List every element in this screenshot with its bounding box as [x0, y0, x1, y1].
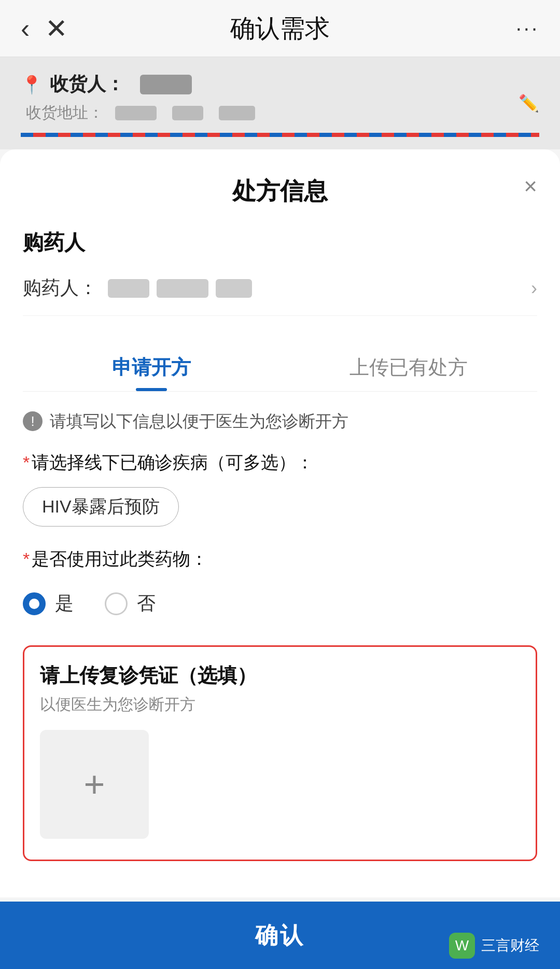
disease-field-section: *请选择线下已确诊疾病（可多选）： HIV暴露后预防 [0, 446, 560, 542]
radio-yes-circle[interactable] [23, 592, 46, 615]
disease-label-text: 请选择线下已确诊疾病（可多选）： [32, 452, 314, 472]
radio-yes-label: 是 [55, 591, 74, 616]
medicine-required-mark: * [23, 549, 30, 569]
prescription-tabs: 申请开方 上传已有处方 [23, 342, 537, 392]
upload-area-button[interactable]: + [40, 730, 149, 839]
purchaser-heading: 购药人 [23, 223, 537, 257]
address-detail-label: 收货地址： [26, 102, 104, 123]
radio-no-circle[interactable] [105, 592, 128, 615]
back-button[interactable]: ‹ [21, 15, 30, 42]
disease-required-mark: * [23, 452, 30, 472]
purchaser-blurred-1 [108, 279, 149, 298]
radio-no[interactable]: 否 [105, 591, 156, 616]
disease-field-label: *请选择线下已确诊疾病（可多选）： [23, 451, 537, 475]
info-icon: ! [23, 411, 43, 431]
recipient-value-blurred [140, 75, 192, 94]
hint-text: 请填写以下信息以便于医生为您诊断开方 [50, 410, 348, 433]
confirm-button[interactable]: 确认 [255, 920, 305, 951]
watermark: W 三言财经 [449, 933, 539, 959]
address-detail-row: 收货地址： [21, 102, 539, 123]
purchaser-blurred-3 [216, 279, 252, 298]
medicine-label-text: 是否使用过此类药物： [32, 549, 208, 569]
info-hint: ! 请填写以下信息以便于医生为您诊断开方 [0, 392, 560, 446]
close-button[interactable]: ✕ [45, 15, 68, 42]
address-blurred-3 [219, 106, 255, 120]
watermark-icon: W [449, 933, 475, 959]
more-button[interactable]: ··· [516, 17, 539, 40]
medicine-field-label: *是否使用过此类药物： [23, 547, 537, 571]
chevron-right-icon: › [531, 278, 537, 299]
address-blurred-1 [115, 106, 157, 120]
disease-tag-hiv[interactable]: HIV暴露后预防 [23, 487, 179, 527]
address-dashed-border [21, 133, 539, 137]
modal-title: 处方信息 [232, 175, 328, 207]
watermark-label: 三言财经 [481, 936, 539, 956]
medicine-field-section: *是否使用过此类药物： 是 否 [0, 542, 560, 635]
top-nav: ‹ ✕ 确认需求 ··· [0, 0, 560, 57]
upload-section: 请上传复诊凭证（选填） 以便医生为您诊断开方 + [23, 645, 537, 861]
edit-icon[interactable]: ✏️ [519, 93, 539, 113]
upload-subtitle: 以便医生为您诊断开方 [40, 694, 520, 715]
purchaser-label: 购药人： [23, 275, 97, 301]
nav-left: ‹ ✕ [21, 15, 68, 42]
recipient-label: 收货人： [50, 72, 124, 97]
modal-header: 处方信息 × [0, 149, 560, 223]
modal-close-button[interactable]: × [524, 173, 537, 199]
purchaser-row[interactable]: 购药人： › [23, 266, 537, 316]
page-title: 确认需求 [230, 12, 330, 45]
purchaser-blurred-2 [157, 279, 208, 298]
upload-title: 请上传复诊凭证（选填） [40, 662, 520, 689]
location-icon: 📍 [21, 74, 43, 95]
radio-yes[interactable]: 是 [23, 591, 74, 616]
radio-no-label: 否 [137, 591, 156, 616]
tab-apply[interactable]: 申请开方 [23, 342, 280, 391]
bottom-bar: 确认 W 三言财经 [0, 902, 560, 969]
medicine-radio-group: 是 否 [23, 584, 537, 619]
address-blurred-2 [172, 106, 203, 120]
upload-plus-icon: + [84, 766, 105, 802]
address-bar: 📍 收货人： 收货地址： ✏️ [0, 57, 560, 149]
watermark-icon-text: W [455, 937, 469, 954]
purchaser-value [108, 279, 531, 298]
purchaser-section: 购药人 购药人： › [0, 223, 560, 326]
modal-card: 处方信息 × 购药人 购药人： › 申请开方 上传已有处方 ! 请填写以下信息以… [0, 149, 560, 897]
tab-upload-existing[interactable]: 上传已有处方 [280, 342, 537, 391]
recipient-row: 📍 收货人： [21, 72, 539, 97]
